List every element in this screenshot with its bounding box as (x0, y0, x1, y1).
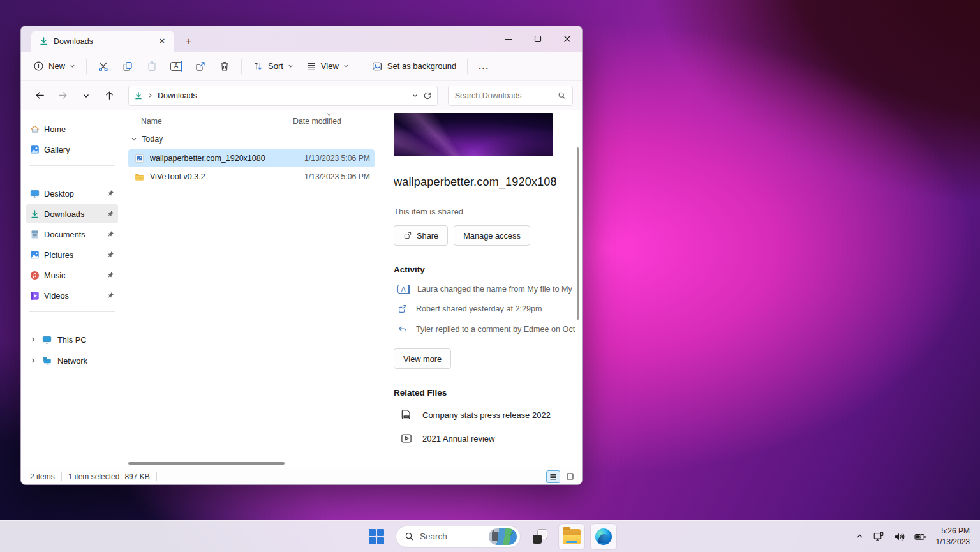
view-more-button[interactable]: View more (394, 348, 451, 369)
sidebar-item-videos[interactable]: Videos (26, 286, 118, 305)
delete-button[interactable] (213, 56, 236, 77)
sidebar-item-home[interactable]: Home (26, 119, 118, 138)
sidebar-item-desktop[interactable]: Desktop (26, 184, 118, 203)
address-bar-row: Downloads (21, 81, 582, 110)
window-titlebar[interactable]: Downloads ✕ + (21, 26, 582, 52)
sidebar-item-pictures[interactable]: Pictures (26, 245, 118, 264)
set-background-button[interactable]: Set as background (366, 56, 462, 77)
chevron-down-icon[interactable] (412, 92, 419, 99)
activity-item-reply[interactable]: Tyler replied to a comment by Edmee on O… (394, 324, 582, 334)
share-button[interactable] (189, 56, 212, 77)
file-name: ViVeTool-v0.3.2 (150, 172, 304, 181)
sidebar-item-music[interactable]: Music (26, 265, 118, 285)
activity-item-rename[interactable]: A Laura changed the name from My file to… (394, 285, 582, 294)
column-headers: Name Date modified (128, 116, 377, 131)
sidebar-item-this-pc[interactable]: This PC (26, 330, 118, 349)
share-button-details[interactable]: Share (394, 225, 448, 246)
taskbar-clock[interactable]: 5:26 PM 1/13/2023 (932, 526, 974, 546)
details-pane: wallpaperbetter.com_1920x108 This item i… (377, 110, 582, 468)
sort-direction-icon (326, 111, 332, 117)
maximize-button[interactable] (523, 26, 553, 52)
activity-item-share[interactable]: Robert shared yesterday at 2:29pm (394, 304, 582, 314)
more-options-button[interactable]: ... (473, 56, 495, 77)
breadcrumb[interactable]: Downloads (158, 91, 407, 100)
search-box[interactable] (448, 86, 573, 106)
search-input[interactable] (455, 91, 558, 100)
view-button[interactable]: View (301, 56, 355, 77)
sidebar-item-label: Music (44, 271, 65, 280)
group-header-today[interactable]: Today (128, 131, 377, 149)
chevron-right-icon[interactable] (30, 357, 36, 364)
download-icon (30, 209, 40, 219)
file-row-vivetool[interactable]: ViVeTool-v0.3.2 1/13/2023 5:06 PM (128, 168, 375, 186)
sidebar-item-gallery[interactable]: Gallery (26, 140, 118, 159)
paste-button[interactable] (140, 56, 163, 77)
vertical-scrollbar[interactable] (577, 147, 579, 320)
battery-tray-button[interactable] (910, 525, 930, 548)
start-button[interactable] (364, 524, 389, 549)
rename-icon: A (170, 62, 182, 71)
activity-text: Laura changed the name from My file to M… (417, 285, 572, 294)
task-view-button[interactable] (527, 524, 553, 549)
tab-downloads[interactable]: Downloads ✕ (31, 31, 174, 52)
back-button[interactable] (30, 86, 49, 105)
sort-button-label: Sort (268, 61, 283, 71)
column-header-date-modified[interactable]: Date modified (293, 117, 341, 126)
document-file-icon (400, 408, 413, 421)
windows-logo-icon (369, 529, 384, 544)
search-highlight-image[interactable]: ✓ (489, 528, 517, 545)
group-label: Today (142, 135, 163, 144)
up-button[interactable] (100, 86, 119, 105)
new-tab-button[interactable]: + (179, 33, 198, 50)
trash-icon (219, 61, 230, 72)
large-icons-view-toggle[interactable] (563, 470, 577, 483)
cut-button[interactable] (92, 56, 115, 77)
volume-tray-button[interactable] (890, 525, 908, 548)
view-more-label: View more (403, 354, 442, 364)
new-button[interactable]: New (27, 56, 81, 77)
chevron-down-icon (131, 136, 137, 142)
recent-locations-button[interactable] (77, 86, 96, 105)
chevron-right-icon[interactable] (30, 336, 36, 343)
tab-close-button[interactable]: ✕ (155, 34, 169, 48)
network-tray-button[interactable] (870, 525, 887, 548)
related-file-name: 2021 Annual review (422, 434, 494, 444)
minimize-button[interactable] (494, 26, 523, 52)
chevron-down-icon (288, 63, 293, 69)
address-bar[interactable]: Downloads (128, 86, 438, 106)
related-file-annual-review[interactable]: 2021 Annual review (394, 432, 582, 445)
close-icon (563, 35, 571, 43)
taskbar-search[interactable]: ✓ (396, 526, 521, 548)
file-list: Name Date modified Today wallpaperbetter… (122, 110, 377, 468)
details-view-toggle[interactable] (546, 470, 560, 483)
sidebar-item-documents[interactable]: Documents (26, 225, 118, 244)
manage-access-button[interactable]: Manage access (454, 225, 530, 246)
edge-taskbar-button[interactable] (591, 524, 616, 549)
copy-button[interactable] (116, 56, 139, 77)
chevron-up-icon (856, 532, 864, 541)
network-tray-icon (873, 531, 884, 542)
rename-button[interactable]: A (165, 56, 188, 77)
file-explorer-taskbar-button[interactable] (559, 524, 584, 549)
sort-button[interactable]: Sort (247, 56, 299, 77)
sidebar-item-label: Network (57, 356, 87, 366)
horizontal-scrollbar[interactable] (128, 462, 285, 465)
close-button[interactable] (553, 26, 582, 52)
taskbar-search-input[interactable] (420, 532, 483, 541)
file-preview-thumbnail[interactable] (394, 113, 553, 156)
sidebar-item-label: This PC (57, 335, 87, 345)
suitcase-icon (492, 532, 498, 541)
image-icon (371, 61, 383, 72)
sidebar-item-network[interactable]: Network (26, 351, 118, 370)
refresh-icon[interactable] (423, 91, 432, 100)
sidebar-item-downloads[interactable]: Downloads (26, 204, 118, 223)
chevron-down-icon (82, 92, 90, 100)
sidebar-divider (29, 311, 115, 312)
sidebar-item-label: Pictures (44, 250, 73, 260)
forward-button[interactable] (53, 86, 72, 105)
column-header-name[interactable]: Name (141, 117, 293, 126)
hidden-icons-button[interactable] (852, 525, 867, 548)
file-row-wallpaperbetter[interactable]: wallpaperbetter.com_1920x1080 1/13/2023 … (128, 149, 375, 167)
related-file-press-release[interactable]: Company stats press release 2022 (394, 408, 582, 421)
pictures-icon (30, 250, 40, 260)
